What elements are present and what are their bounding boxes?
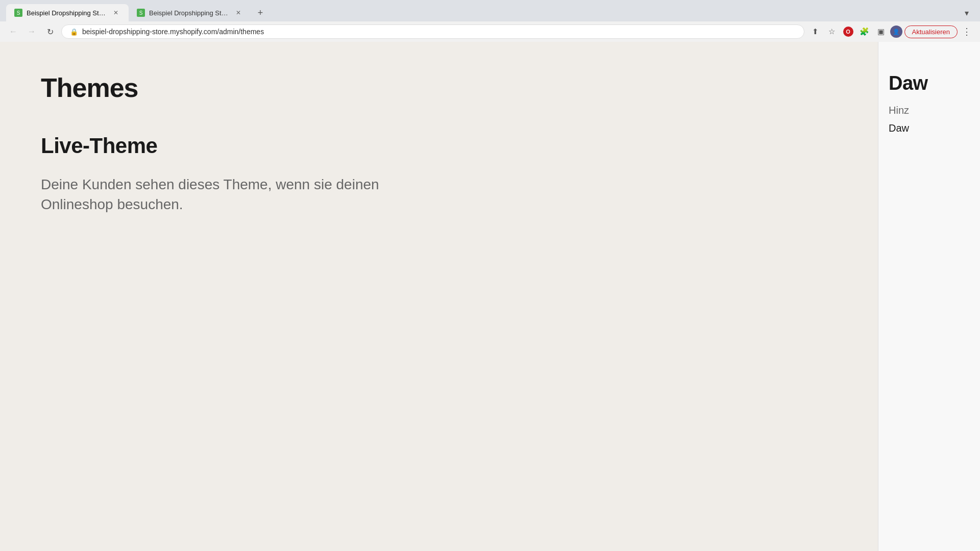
browser-actions: ⬆ ☆ O 🧩 ▣ 👤 Aktualisieren ⋮ — [808, 24, 974, 39]
opera-logo: O — [843, 27, 853, 37]
reload-button[interactable]: ↻ — [43, 24, 57, 39]
profile-icon: 👤 — [893, 29, 900, 35]
live-theme-heading: Live-Theme — [41, 134, 939, 158]
address-bar: ← → ↻ 🔒 beispiel-dropshipping-store.mysh… — [0, 21, 980, 42]
page-content: Themes Live-Theme Deine Kunden sehen die… — [0, 42, 980, 551]
tab-title-2: Beispiel Dropshipping Store — [149, 9, 230, 17]
right-panel: Daw Hinz Daw — [878, 42, 980, 551]
tab-dropdown-button[interactable]: ▾ — [960, 6, 974, 20]
right-panel-subtitle: Hinz — [889, 105, 970, 116]
browser-chrome: S Beispiel Dropshipping Store · ✕ S Beis… — [0, 0, 980, 42]
tab-close-1[interactable]: ✕ — [111, 8, 120, 17]
more-options-button[interactable]: ⋮ — [960, 24, 974, 39]
forward-button[interactable]: → — [24, 24, 39, 39]
main-area: Themes Live-Theme Deine Kunden sehen die… — [0, 42, 980, 551]
tab-favicon-2: S — [137, 9, 145, 17]
tab-title-1: Beispiel Dropshipping Store · — [27, 9, 107, 17]
live-theme-description: Deine Kunden sehen dieses Theme, wenn si… — [41, 174, 398, 214]
new-tab-button[interactable]: + — [253, 6, 267, 20]
star-icon: ☆ — [828, 27, 835, 36]
url-bar[interactable]: 🔒 beispiel-dropshipping-store.myshopify.… — [61, 24, 804, 39]
tab-bar: S Beispiel Dropshipping Store · ✕ S Beis… — [0, 0, 980, 21]
tab-close-2[interactable]: ✕ — [234, 8, 243, 17]
extensions-icon: 🧩 — [860, 27, 869, 36]
opera-icon[interactable]: O — [841, 24, 855, 39]
right-panel-text: Daw — [889, 122, 970, 134]
live-theme-section: Live-Theme Deine Kunden sehen dieses The… — [41, 134, 939, 214]
page-title: Themes — [41, 72, 939, 103]
share-button[interactable]: ⬆ — [808, 24, 823, 39]
tab-favicon-1: S — [14, 9, 22, 17]
aktualisieren-button[interactable]: Aktualisieren — [904, 26, 958, 38]
tab-active[interactable]: S Beispiel Dropshipping Store · ✕ — [6, 4, 129, 21]
extensions-button[interactable]: 🧩 — [857, 24, 872, 39]
back-button[interactable]: ← — [6, 24, 20, 39]
secure-icon: 🔒 — [70, 28, 78, 36]
bookmark-button[interactable]: ☆ — [825, 24, 839, 39]
sidebar-icon: ▣ — [877, 27, 885, 36]
url-text: beispiel-dropshipping-store.myshopify.co… — [82, 28, 796, 36]
sidebar-button[interactable]: ▣ — [874, 24, 888, 39]
share-icon: ⬆ — [812, 27, 819, 36]
right-panel-title: Daw — [889, 72, 970, 94]
profile-avatar[interactable]: 👤 — [890, 26, 902, 38]
tab-inactive[interactable]: S Beispiel Dropshipping Store ✕ — [129, 4, 251, 21]
